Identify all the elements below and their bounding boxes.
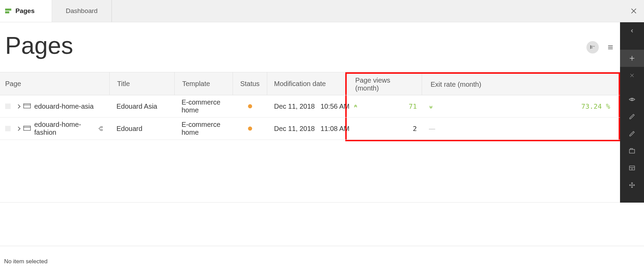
selection-footer: No item selected (0, 246, 644, 277)
pencil-icon (629, 130, 635, 137)
page-name: edouard-home-asia (34, 103, 94, 110)
tab-dashboard-label: Dashboard (66, 7, 98, 15)
col-status[interactable]: Status (233, 72, 267, 95)
no-selection-label: No item selected (4, 258, 48, 265)
mod-date-cell: Dec 11, 2018 10:56 AM (267, 95, 346, 117)
pages-tab-icon (5, 9, 11, 13)
svg-rect-18 (101, 130, 102, 131)
collapse-rail-button[interactable] (620, 22, 644, 39)
remove-button[interactable] (620, 67, 644, 84)
browser-tabs-icon (629, 147, 635, 154)
page-name: edouard-home-fashion (34, 121, 93, 136)
table-header-row: Page Title Template Status Modification … (0, 72, 620, 95)
tab-pages[interactable]: Pages (0, 0, 52, 22)
tab-bar-spacer (112, 0, 623, 22)
edit-button[interactable] (620, 108, 644, 125)
pencil-icon (629, 113, 635, 120)
template-cell: E-commerce home (175, 118, 233, 140)
row-checkbox[interactable] (5, 104, 11, 109)
page-views-value: 71 (409, 102, 417, 110)
col-page-views[interactable]: Page views (month) (347, 74, 422, 95)
trend-down-icon (429, 102, 433, 110)
svg-rect-24 (630, 149, 635, 153)
chevron-left-icon (630, 29, 634, 33)
move-button[interactable] (620, 177, 644, 194)
component-button[interactable] (620, 159, 644, 177)
layout-icon (629, 165, 635, 171)
template-cell: E-commerce home (175, 95, 233, 117)
trend-dash-icon: –– (429, 125, 435, 132)
view-controls (586, 41, 617, 53)
status-dot-icon (248, 127, 252, 131)
page-views-value: 2 (413, 124, 417, 133)
highlighted-columns: Page views (month) Exit rate (month) (345, 72, 620, 95)
tab-dashboard[interactable]: Dashboard (52, 0, 112, 22)
close-icon (630, 8, 637, 14)
plus-icon (629, 55, 635, 62)
tab-pages-label: Pages (15, 7, 35, 15)
page-title-cell: Edouard (110, 118, 175, 140)
svg-rect-17 (101, 127, 102, 128)
status-dot-icon (248, 104, 252, 108)
preview-button[interactable] (620, 91, 644, 108)
variant-icon (98, 126, 103, 131)
col-page[interactable]: Page (0, 72, 110, 95)
table-row[interactable]: edouard-home-fashion Edouard E-commerce … (0, 118, 620, 140)
expand-chevron-icon[interactable] (16, 127, 21, 131)
add-button[interactable] (620, 50, 644, 67)
row-checkbox[interactable] (5, 126, 11, 131)
pages-table: Page Title Template Status Modification … (0, 72, 620, 141)
eye-icon (629, 96, 635, 103)
col-title[interactable]: Title (110, 72, 175, 95)
page-title: Pages (5, 32, 73, 59)
col-mod-date[interactable]: Modification date (267, 72, 346, 95)
trend-up-icon (354, 102, 358, 110)
mod-date-cell: Dec 11, 2018 11:08 AM (267, 118, 346, 140)
page-type-icon (23, 103, 31, 110)
tabs-button[interactable] (620, 142, 644, 159)
tree-view-button[interactable] (586, 41, 599, 53)
right-action-rail (620, 22, 644, 203)
expand-chevron-icon[interactable] (16, 104, 21, 109)
col-exit-rate[interactable]: Exit rate (month) (422, 74, 619, 95)
list-view-button[interactable] (604, 41, 617, 53)
svg-rect-9 (24, 104, 30, 108)
top-tab-bar: Pages Dashboard (0, 0, 644, 22)
edit-2-button[interactable] (620, 125, 644, 142)
col-template[interactable]: Template (175, 72, 233, 95)
list-view-icon (607, 44, 614, 50)
section-separator (0, 202, 620, 203)
page-title-cell: Edouard Asia (110, 95, 175, 117)
page-header: Pages (0, 22, 644, 72)
svg-point-23 (631, 99, 633, 100)
close-button[interactable] (623, 0, 644, 22)
tree-view-icon (590, 44, 596, 50)
table-row[interactable]: edouard-home-asia Edouard Asia E-commerc… (0, 95, 620, 118)
x-icon (629, 73, 635, 78)
move-arrows-icon (629, 182, 635, 189)
svg-rect-11 (24, 126, 30, 130)
highlight-bottom-border (345, 140, 620, 141)
page-type-icon (23, 125, 31, 133)
exit-rate-value: 73.24 % (581, 102, 610, 110)
